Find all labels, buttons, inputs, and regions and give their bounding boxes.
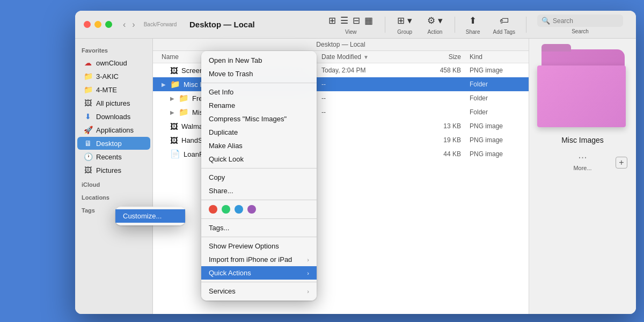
pictures-icon: 🖼 — [84, 166, 92, 174]
file-icon: 🖼 — [170, 66, 178, 75]
breadcrumb: Desktop — Local + — [153, 39, 529, 51]
group-group: ⊞ ▾ Group — [392, 14, 418, 35]
view-group: ⊞ ☰ ⊟ ▦ View — [323, 14, 378, 35]
file-icon: 🖼 — [170, 136, 178, 145]
menu-quick-look[interactable]: Quick Look — [201, 152, 317, 166]
file-kind: Folder — [461, 80, 520, 88]
menu-compress[interactable]: Compress "Misc Images" — [201, 112, 317, 126]
preview-panel: Misc Images ··· More... — [529, 39, 636, 314]
minimize-button[interactable] — [94, 21, 101, 28]
sidebar-item-label: Applications — [96, 126, 134, 134]
sidebar-item-downloads[interactable]: ⬇ Downloads — [77, 110, 150, 123]
menu-separator — [201, 282, 317, 282]
sidebar-item-recents[interactable]: 🕐 Recents — [77, 150, 150, 163]
chevron-icon: ▶ — [162, 82, 167, 87]
divider3 — [526, 17, 526, 33]
chevron-icon: ▶ — [170, 96, 175, 101]
share-btn[interactable]: ⬆ — [468, 14, 478, 27]
gallery-view-btn[interactable]: ▦ — [363, 14, 374, 27]
menu-separator — [201, 168, 317, 169]
color-purple[interactable] — [247, 205, 256, 214]
menu-show-preview[interactable]: Show Preview Options — [201, 239, 317, 253]
more-info-button[interactable]: ··· More... — [573, 151, 591, 171]
sidebar: Favorites ☁ ownCloud 📁 3-AKIC 📁 4-MTE 🖼 … — [75, 39, 153, 314]
window-title: Desktop — Local — [121, 20, 323, 29]
submenu-customize[interactable]: Customize... — [115, 209, 185, 223]
search-label: Search — [572, 28, 589, 34]
menu-make-alias[interactable]: Make Alias — [201, 139, 317, 152]
zoom-button[interactable] — [105, 21, 112, 28]
column-view-btn[interactable]: ⊟ — [352, 14, 361, 27]
titlebar: ‹ › Back/Forward Desktop — Local ⊞ ☰ ⊟ ▦… — [75, 11, 636, 39]
preview-filename: Misc Images — [561, 136, 604, 144]
menu-get-info[interactable]: Get Info — [201, 85, 317, 99]
close-button[interactable] — [84, 21, 91, 28]
file-date: -- — [321, 94, 418, 102]
menu-share[interactable]: Share... — [201, 184, 317, 197]
file-size: 44 KB — [418, 150, 461, 158]
size-header[interactable]: Size — [418, 53, 461, 61]
sidebar-item-4mte[interactable]: 📁 4-MTE — [77, 83, 150, 96]
menu-rename[interactable]: Rename — [201, 99, 317, 112]
action-label: Action — [428, 29, 443, 35]
sidebar-item-label: Pictures — [96, 166, 121, 174]
action-btn[interactable]: ⚙ ▾ — [426, 14, 444, 27]
date-header[interactable]: Date Modified ▼ — [321, 53, 418, 61]
menu-import-iphone[interactable]: Import from iPhone or iPad › — [201, 253, 317, 266]
file-kind: Folder — [461, 94, 520, 102]
file-size: 458 KB — [418, 67, 461, 74]
file-size: 19 KB — [418, 136, 461, 144]
icon-view-btn[interactable]: ⊞ — [327, 14, 337, 27]
kind-header[interactable]: Kind — [461, 53, 520, 61]
quick-actions-submenu: Customize... — [115, 207, 185, 225]
sidebar-item-3akic[interactable]: 📁 3-AKIC — [77, 70, 150, 83]
group-btn[interactable]: ⊞ ▾ — [396, 14, 413, 27]
menu-move-to-trash[interactable]: Move to Trash — [201, 67, 317, 80]
owncloud-icon: ☁ — [84, 58, 92, 67]
search-group: 🔍 Search — [533, 14, 627, 34]
sidebar-item-label: Recents — [96, 153, 122, 161]
search-bar[interactable]: 🔍 — [537, 14, 623, 27]
sidebar-item-owncloud[interactable]: ☁ ownCloud — [77, 56, 150, 69]
sidebar-item-label: 4-MTE — [96, 86, 117, 94]
folder-preview — [537, 49, 628, 127]
file-date: -- — [321, 80, 418, 88]
folder-icon: 📁 — [179, 107, 189, 117]
menu-separator — [201, 218, 317, 219]
menu-separator — [201, 237, 317, 237]
toolbar: ⊞ ☰ ⊟ ▦ View ⊞ ▾ Group ⚙ ▾ Action ⬆ Shar… — [323, 14, 627, 35]
color-blue[interactable] — [235, 205, 243, 214]
menu-separator — [201, 83, 317, 83]
divider2 — [455, 17, 455, 33]
color-green[interactable] — [222, 205, 230, 214]
menu-open-new-tab[interactable]: Open in New Tab — [201, 54, 317, 67]
sidebar-item-allpictures[interactable]: 🖼 All pictures — [77, 97, 150, 109]
folder-icon: 📁 — [179, 93, 189, 103]
search-input[interactable] — [553, 17, 619, 25]
menu-quick-actions[interactable]: Quick Actions › — [201, 266, 317, 280]
menu-duplicate[interactable]: Duplicate — [201, 126, 317, 139]
pictures-icon: 🖼 — [84, 99, 92, 107]
chevron-icon: ▶ — [170, 109, 175, 115]
menu-tags[interactable]: Tags... — [201, 221, 317, 235]
group-label: Group — [397, 29, 412, 35]
sidebar-item-label: ownCloud — [96, 59, 127, 67]
submenu-arrow-icon: › — [307, 257, 309, 263]
menu-services[interactable]: Services › — [201, 284, 317, 298]
favorites-label: Favorites — [75, 43, 152, 56]
sidebar-item-applications[interactable]: 🚀 Applications — [77, 123, 150, 136]
list-view-btn[interactable]: ☰ — [339, 14, 349, 27]
file-kind: PNG image — [461, 67, 520, 74]
submenu-arrow-icon: › — [307, 270, 309, 276]
action-group: ⚙ ▾ Action — [422, 14, 448, 35]
color-red[interactable] — [209, 205, 217, 214]
search-icon: 🔍 — [541, 17, 550, 25]
folder-icon: 📁 — [84, 72, 92, 80]
color-tags-row — [201, 202, 317, 216]
file-date: Today, 2:04 PM — [321, 67, 418, 74]
menu-copy[interactable]: Copy — [201, 171, 317, 184]
sidebar-item-desktop[interactable]: 🖥 Desktop — [77, 137, 150, 150]
finder-window: ‹ › Back/Forward Desktop — Local ⊞ ☰ ⊟ ▦… — [75, 11, 636, 314]
sidebar-item-pictures[interactable]: 🖼 Pictures — [77, 164, 150, 177]
add-tags-btn[interactable]: 🏷 — [499, 14, 510, 27]
